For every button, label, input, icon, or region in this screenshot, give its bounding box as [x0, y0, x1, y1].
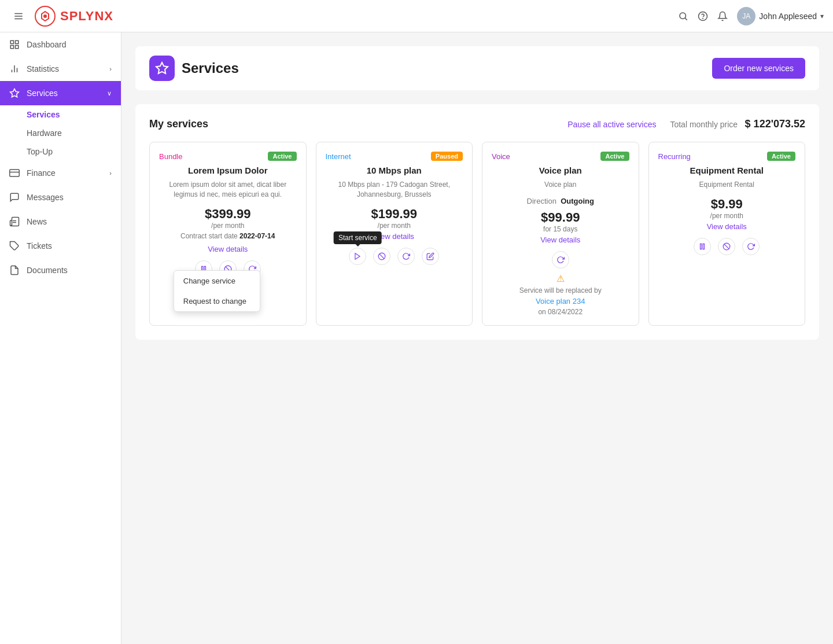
total-label: Total monthly price $ 122'073.52	[670, 118, 805, 130]
card-type-internet: Internet	[326, 152, 351, 161]
sidebar-item-tickets[interactable]: Tickets	[0, 234, 121, 258]
badge-active-recurring: Active	[767, 152, 795, 161]
sidebar-item-hardware[interactable]: Hardware	[27, 124, 121, 142]
sidebar-item-label: Documents	[27, 266, 112, 275]
service-card-recurring: Recurring Active Equipment Rental Equipm…	[648, 142, 806, 326]
help-icon[interactable]	[698, 11, 708, 21]
cancel-button-internet[interactable]	[373, 248, 390, 265]
sidebar-item-statistics[interactable]: Statistics ›	[0, 57, 121, 81]
services-header-right: Pause all active services Total monthly …	[567, 118, 805, 130]
edit-icon	[426, 252, 434, 260]
chevron-down-icon: ∨	[107, 90, 112, 97]
header-right: JA John Appleseed ▾	[678, 7, 824, 25]
svg-marker-22	[156, 62, 168, 73]
change-service-item[interactable]: Change service	[174, 271, 260, 291]
chevron-right-icon: ›	[109, 170, 112, 176]
badge-active: Active	[268, 152, 296, 161]
change-dropdown: Change service Request to change	[174, 270, 260, 312]
page-header-left: Services	[149, 56, 239, 81]
card-direction-voice: Direction Outgoing	[492, 197, 629, 205]
renew-button-voice[interactable]	[552, 251, 569, 268]
services-section-title: My services	[149, 118, 208, 130]
card-actions-recurring	[658, 238, 796, 255]
user-menu[interactable]: JA John Appleseed ▾	[737, 7, 824, 25]
view-details-recurring[interactable]: View details	[658, 222, 796, 231]
svg-point-8	[703, 18, 703, 19]
start-service-wrapper: Start service	[349, 248, 366, 265]
sidebar-item-finance[interactable]: Finance ›	[0, 161, 121, 185]
hamburger-menu[interactable]	[9, 7, 28, 25]
view-details-voice[interactable]: View details	[492, 235, 629, 244]
card-header: Bundle Active	[159, 152, 297, 161]
contract-date-bundle: Contract start date 2022-07-14	[159, 232, 297, 240]
view-details-bundle[interactable]: View details	[159, 245, 297, 253]
card-header: Internet Paused	[326, 152, 463, 161]
chevron-down-icon: ▾	[820, 12, 824, 20]
order-new-services-button[interactable]: Order new services	[712, 58, 805, 79]
card-type-voice: Voice	[492, 152, 510, 161]
sidebar-item-services-sub[interactable]: Services	[27, 105, 121, 124]
svg-rect-31	[703, 244, 704, 249]
pause-icon	[698, 242, 706, 251]
services-section: My services Pause all active services To…	[135, 104, 819, 340]
card-period-internet: /per month	[326, 222, 463, 230]
svg-line-29	[379, 253, 384, 258]
svg-line-6	[685, 18, 687, 20]
cancel-icon	[723, 242, 731, 251]
grid-icon	[9, 39, 20, 50]
cards-grid: Bundle Active Lorem Ipsum Dolor Lorem ip…	[149, 142, 805, 326]
replacement-notice: ⚠ Service will be replaced by Voice plan…	[492, 273, 629, 316]
svg-marker-16	[10, 89, 19, 97]
card-name-internet: 10 Mbps plan	[326, 165, 463, 175]
renew-icon	[402, 252, 410, 260]
replacement-link[interactable]: Voice plan 234	[536, 297, 585, 306]
main-content: Services Order new services My services …	[121, 32, 833, 644]
user-name: John Appleseed	[759, 12, 817, 21]
menu-icon	[13, 11, 24, 21]
change-button-bundle[interactable]: Change service Request to change	[244, 260, 261, 278]
sidebar-item-services[interactable]: Services ∨	[0, 81, 121, 105]
svg-line-33	[724, 244, 729, 249]
card-desc-bundle: Lorem ipsum dolor sit amet, dicat liber …	[159, 180, 297, 200]
renew-button-internet[interactable]	[397, 248, 415, 265]
card-header: Recurring Active	[658, 152, 796, 161]
sidebar-item-dashboard[interactable]: Dashboard	[0, 32, 121, 57]
badge-paused: Paused	[431, 152, 463, 161]
svg-rect-30	[701, 244, 702, 249]
pause-all-button[interactable]: Pause all active services	[567, 120, 656, 129]
pause-button-recurring[interactable]	[694, 238, 711, 255]
avatar: JA	[737, 7, 755, 25]
sidebar-item-messages[interactable]: Messages	[0, 185, 121, 209]
svg-rect-12	[16, 46, 19, 49]
sidebar-item-topup[interactable]: Top-Up	[27, 142, 121, 161]
card-actions-internet: Start service	[326, 248, 463, 265]
card-actions-bundle: Change service Request to change	[159, 260, 297, 278]
credit-card-icon	[9, 168, 20, 178]
cancel-button-recurring[interactable]	[718, 238, 735, 255]
badge-active-voice: Active	[600, 152, 629, 161]
service-card-internet: Internet Paused 10 Mbps plan 10 Mbps pla…	[316, 142, 473, 326]
svg-marker-27	[355, 253, 360, 259]
card-period-voice: for 15 days	[492, 225, 629, 233]
sidebar-sub-services: Services Hardware Top-Up	[0, 105, 121, 161]
request-change-item[interactable]: Request to change	[174, 291, 260, 311]
search-icon[interactable]	[678, 11, 688, 21]
logo-icon	[35, 6, 56, 27]
sidebar-item-news[interactable]: News	[0, 209, 121, 234]
svg-rect-9	[10, 41, 13, 43]
sidebar-item-documents[interactable]: Documents	[0, 258, 121, 282]
start-service-tooltip: Start service	[334, 231, 382, 244]
logo[interactable]: SPLYNX	[35, 6, 113, 27]
notification-icon[interactable]	[717, 11, 728, 21]
header-left: SPLYNX	[9, 6, 113, 27]
play-button-internet[interactable]	[349, 248, 366, 265]
file-icon	[9, 265, 20, 275]
total-label-text: Total monthly price	[670, 120, 738, 129]
edit-button-internet[interactable]	[422, 248, 439, 265]
chevron-right-icon: ›	[109, 65, 112, 72]
page-header: Services Order new services	[135, 46, 819, 90]
header: SPLYNX JA John Appleseed ▾	[0, 0, 833, 32]
renew-button-recurring[interactable]	[742, 238, 760, 255]
sidebar-item-label: Statistics	[27, 64, 102, 73]
svg-rect-11	[10, 46, 13, 49]
